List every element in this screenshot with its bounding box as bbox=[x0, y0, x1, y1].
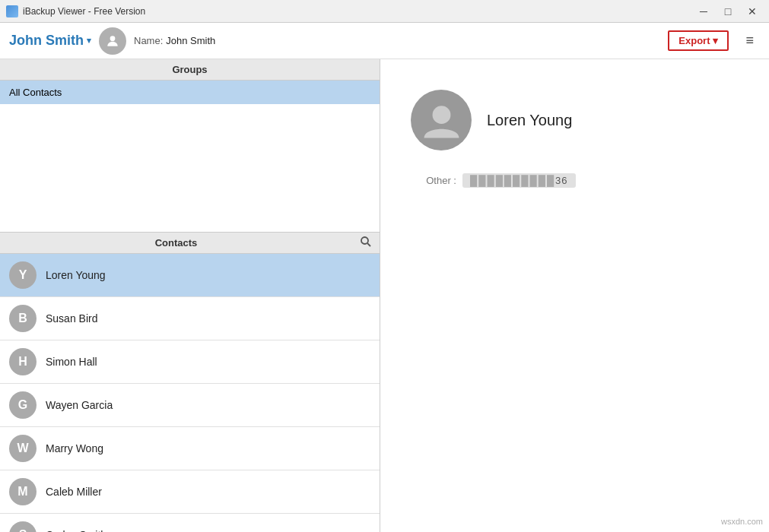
contact-item-simon-hall[interactable]: H Simon Hall bbox=[0, 340, 380, 384]
contact-avatar-caleb-miller: M bbox=[9, 478, 37, 505]
contact-name-simon-hall: Simon Hall bbox=[46, 356, 97, 368]
user-name-label: John Smith bbox=[9, 33, 84, 49]
header-name-value: John Smith bbox=[166, 35, 215, 46]
detail-field-other: Other : ██████████36 bbox=[411, 173, 576, 188]
contact-avatar-marry-wong: W bbox=[9, 435, 37, 462]
group-item-all-contacts[interactable]: All Contacts bbox=[0, 81, 380, 104]
svg-line-2 bbox=[367, 243, 370, 246]
maximize-button[interactable]: □ bbox=[717, 1, 739, 22]
contact-name-marry-wong: Marry Wong bbox=[46, 442, 103, 454]
detail-other-value: ██████████36 bbox=[462, 173, 576, 188]
groups-section-header: Groups bbox=[0, 59, 380, 81]
close-button[interactable]: ✕ bbox=[742, 1, 763, 22]
minimize-button[interactable]: ─ bbox=[693, 1, 714, 22]
contact-item-carlos-smith[interactable]: S Carlos Smith bbox=[0, 514, 380, 532]
svg-point-0 bbox=[110, 36, 116, 41]
groups-area: All Contacts bbox=[0, 81, 380, 233]
search-button[interactable] bbox=[352, 233, 380, 253]
contact-name-carlos-smith: Carlos Smith bbox=[46, 529, 106, 532]
contact-name-wayen-garcia: Wayen Garcia bbox=[46, 399, 113, 411]
contact-avatar-simon-hall: H bbox=[9, 348, 37, 375]
title-bar: iBackup Viewer - Free Version ─ □ ✕ bbox=[0, 0, 769, 23]
detail-header: Loren Young bbox=[411, 90, 572, 150]
watermark: wsxdn.com bbox=[721, 517, 763, 526]
svg-point-3 bbox=[432, 106, 450, 124]
contact-avatar-carlos-smith: S bbox=[9, 521, 37, 532]
user-dropdown-arrow: ▾ bbox=[87, 36, 91, 46]
contact-item-marry-wong[interactable]: W Marry Wong bbox=[0, 427, 380, 470]
contact-detail: Loren Young Other : ██████████36 bbox=[396, 74, 754, 203]
user-name-button[interactable]: John Smith ▾ bbox=[9, 33, 91, 49]
contact-name-caleb-miller: Caleb Miller bbox=[46, 486, 102, 498]
contact-item-susan-bird[interactable]: B Susan Bird bbox=[0, 297, 380, 340]
svg-point-1 bbox=[361, 237, 368, 244]
contacts-list: Y Loren Young B Susan Bird H Simon Hall … bbox=[0, 254, 380, 532]
contact-item-loren-young[interactable]: Y Loren Young bbox=[0, 254, 380, 297]
contact-item-caleb-miller[interactable]: M Caleb Miller bbox=[0, 470, 380, 514]
export-arrow: ▾ bbox=[713, 35, 718, 46]
export-button[interactable]: Export ▾ bbox=[668, 30, 729, 51]
name-label: Name: bbox=[134, 35, 163, 46]
detail-avatar bbox=[411, 90, 472, 150]
title-bar-text: iBackup Viewer - Free Version bbox=[23, 6, 693, 17]
contact-avatar-susan-bird: B bbox=[9, 305, 37, 332]
detail-name: Loren Young bbox=[487, 112, 572, 129]
right-panel: Loren Young Other : ██████████36 bbox=[380, 59, 769, 532]
contact-avatar-loren-young: Y bbox=[9, 261, 37, 289]
menu-button[interactable]: ≡ bbox=[739, 30, 760, 52]
contact-item-wayen-garcia[interactable]: G Wayen Garcia bbox=[0, 384, 380, 427]
contacts-section: Contacts Y Loren Young B Susan Bird bbox=[0, 233, 380, 532]
contacts-section-label: Contacts bbox=[0, 233, 352, 253]
contact-name-susan-bird: Susan Bird bbox=[46, 312, 97, 325]
user-avatar bbox=[99, 27, 126, 55]
header-bar: John Smith ▾ Name: John Smith Export ▾ ≡ bbox=[0, 23, 769, 59]
contact-name-loren-young: Loren Young bbox=[46, 269, 106, 281]
main-layout: Groups All Contacts Contacts Y bbox=[0, 59, 769, 532]
detail-other-label: Other : bbox=[411, 175, 456, 186]
app-icon bbox=[6, 5, 18, 17]
contact-avatar-wayen-garcia: G bbox=[9, 391, 37, 419]
contacts-header: Contacts bbox=[0, 233, 380, 254]
left-panel: Groups All Contacts Contacts Y bbox=[0, 59, 380, 532]
export-label: Export bbox=[678, 35, 710, 46]
window-controls: ─ □ ✕ bbox=[693, 1, 763, 22]
